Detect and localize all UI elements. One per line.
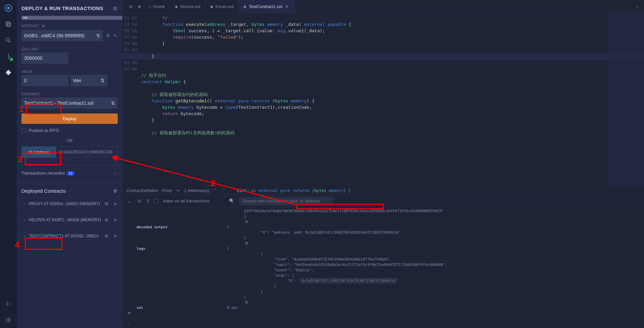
chevron-right-icon[interactable]: › (126, 321, 132, 326)
svg-point-4 (6, 38, 9, 41)
deployed-contract-row[interactable]: ›TESTCONTRACT1 AT 0X3AD...00B1A ⧉✕ (17, 231, 122, 241)
minimap[interactable] (607, 13, 644, 186)
svg-line-5 (9, 41, 11, 43)
copy-icon[interactable]: ⧉ (244, 300, 249, 305)
gas-input[interactable] (21, 52, 68, 64)
contract-label: CONTRACT (17, 89, 122, 97)
copy-icon[interactable]: ⧉ (104, 233, 109, 239)
breadcrumb-name: Proxy (162, 188, 172, 193)
collapse-icon[interactable]: ⌄ (126, 198, 132, 204)
tab-home[interactable]: ⌂Home (144, 0, 170, 13)
at-address-input[interactable] (56, 146, 118, 158)
svg-point-1 (7, 7, 10, 9)
zoom-in-icon[interactable]: ⊕ (135, 3, 143, 11)
svg-point-6 (8, 319, 9, 321)
settings-icon[interactable] (4, 316, 12, 324)
tabbar: ⊖ ⊕ ⌂Home ◆Structs.sol ◆Enum.sol ◆TestCo… (122, 0, 644, 13)
search-icon[interactable]: 🔍 (229, 198, 234, 204)
goto-icon[interactable]: ↪ (175, 188, 181, 193)
code-editor[interactable]: 51 52 53 54 55 56 57 58 59 60 61 62 63 6… (122, 13, 644, 186)
pending-count: 0 (147, 198, 149, 203)
deploy-icon[interactable] (4, 68, 12, 77)
tab-testcontract1[interactable]: ◆TestContract1.sol✕ (238, 0, 294, 13)
svg-rect-3 (7, 23, 11, 27)
deployed-contract-row[interactable]: ›HELPER AT 0X0FC...9A836 (MEMORY) ⧉✕ (17, 215, 122, 225)
breadcrumb-kind: ContractDefinition (126, 188, 158, 193)
trx-count-badge: 12 (67, 171, 74, 176)
contract-select[interactable]: TestContract1 - TestContract1.sol⇅ (21, 97, 118, 109)
close-icon[interactable]: ✕ (112, 217, 118, 223)
account-select[interactable]: 0x5B3...eddC4 (99.9999999)⇅ (21, 30, 103, 41)
chevron-up-icon[interactable]: ˄ (213, 188, 218, 193)
copy-icon[interactable]: ⧉ (244, 219, 249, 225)
close-icon[interactable]: ✕ (112, 233, 118, 239)
chevron-down-icon[interactable]: ˅ (221, 188, 227, 193)
iconbar (0, 0, 17, 328)
expand-icon[interactable]: ↔ (635, 4, 640, 9)
val-label: val (126, 305, 227, 311)
decoded-output-label: decoded output (126, 225, 227, 230)
chevron-right-icon: › (21, 201, 27, 206)
remix-logo-icon[interactable] (4, 4, 12, 12)
clear-icon[interactable]: ⊘ (137, 198, 142, 204)
copy-icon[interactable]: ⧉ (104, 217, 109, 223)
compile-icon[interactable] (4, 52, 12, 60)
deploy-button[interactable]: Deploy (21, 113, 118, 124)
account-label: ACCOUNT (21, 24, 39, 28)
logs-label: logs (126, 246, 227, 251)
svg-rect-2 (6, 22, 9, 25)
vm-badge: VM (21, 16, 122, 20)
transactions-recorded-row[interactable]: Transactions recorded12 › (17, 165, 122, 180)
copy-icon[interactable]: ⧉ (126, 311, 132, 316)
chevron-right-icon: › (112, 170, 118, 176)
gas-label: GAS LIMIT (17, 44, 122, 52)
copy-icon[interactable]: ⧉ (104, 201, 109, 206)
close-icon[interactable]: ✕ (284, 4, 290, 9)
home-icon: ⌂ (149, 4, 151, 9)
listen-checkbox[interactable] (154, 199, 158, 203)
terminal-toolbar: ⌄ ⊘ 0 listen on all transactions 🔍 (122, 195, 644, 207)
deploy-panel: DEPLOY & RUN TRANSACTIONS ▤ VM ACCOUNT ⊕… (17, 0, 122, 328)
copy-icon[interactable]: ⧉ (105, 33, 110, 38)
account-add-icon[interactable]: ⊕ (41, 23, 46, 29)
terminal-search-input[interactable] (239, 197, 333, 205)
at-address-button[interactable]: At Address (21, 146, 56, 158)
line-gutter: 51 52 53 54 55 56 57 58 59 60 61 62 63 6… (122, 13, 141, 186)
edit-icon[interactable]: ✎ (112, 33, 118, 38)
deployed-contracts-title: Deployed Contracts (21, 188, 66, 194)
or-text: OR (17, 135, 122, 146)
publish-ipfs-checkbox[interactable] (21, 128, 26, 133)
search-icon[interactable] (4, 36, 12, 44)
panel-title: DEPLOY & RUN TRANSACTIONS (21, 5, 103, 11)
breadcrumb-refs[interactable]: 1 reference(s) (184, 188, 209, 193)
plugin-icon[interactable] (4, 300, 12, 308)
chevron-right-icon: › (21, 217, 27, 223)
terminal-output[interactable]: 220ff0d14e147ee8e78d38f8b94cf8945be2a27b… (122, 207, 644, 328)
chevron-right-icon: › (21, 233, 27, 239)
copy-icon[interactable]: ⧉ (244, 241, 249, 246)
code-area[interactable]: */ function execute(address _target, byt… (141, 13, 607, 186)
listen-label: listen on all transactions (163, 198, 210, 203)
panel-collapse-icon[interactable]: ▤ (112, 6, 118, 11)
trash-icon[interactable]: 🗑 (112, 188, 118, 194)
tab-enum[interactable]: ◆Enum.sol (205, 0, 238, 13)
value-label: VALUE (17, 66, 122, 75)
value-unit-select[interactable]: Wei⇅ (70, 75, 107, 86)
publish-ipfs-label: Publish to IPFS (29, 128, 59, 133)
close-icon[interactable]: ✕ (112, 201, 118, 206)
deployed-contract-row[interactable]: ›PROXY AT 0XDDA...5482D (MEMORY) ⧉✕ (17, 198, 122, 209)
breadcrumb-bar: ContractDefinition Proxy ↪ 1 reference(s… (122, 186, 644, 195)
deployed-address-value: 0x3aD18EC437c396539C439CD1A4721B01F2800b… (301, 278, 396, 283)
tab-structs[interactable]: ◆Structs.sol (170, 0, 206, 13)
zoom-out-icon[interactable]: ⊖ (126, 3, 135, 11)
main-area: ⊖ ⊕ ⌂Home ◆Structs.sol ◆Enum.sol ◆TestCo… (122, 0, 644, 328)
files-icon[interactable] (4, 20, 12, 28)
breadcrumb-tail: uint _y) external pure returns (bytes me… (237, 188, 351, 193)
value-input[interactable] (21, 75, 68, 86)
